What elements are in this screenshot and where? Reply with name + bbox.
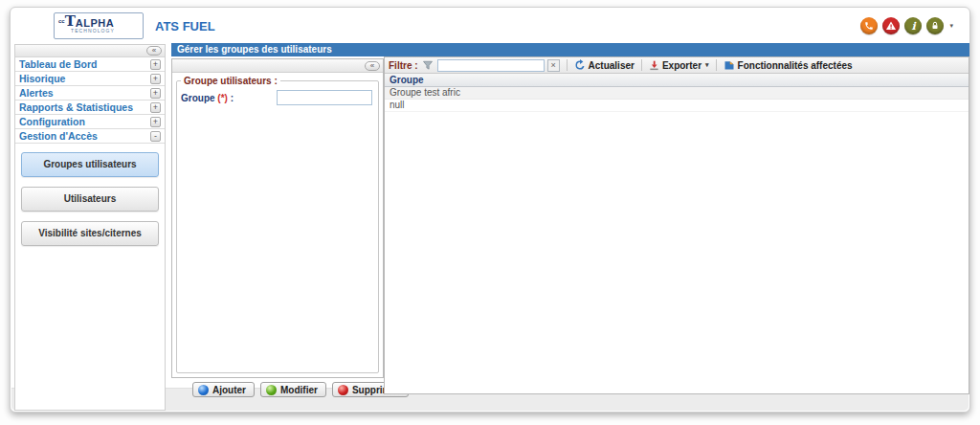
expand-icon[interactable]: +	[150, 59, 161, 70]
actualiser-button[interactable]: Actualiser	[574, 59, 635, 71]
sidebar-item-label: Gestion d'Accès	[19, 130, 150, 142]
clear-filter-icon[interactable]: ×	[547, 59, 560, 72]
actualiser-label: Actualiser	[589, 60, 635, 71]
toolbar-separator	[641, 59, 642, 71]
add-orb-icon	[198, 385, 209, 395]
toolbar-separator	[716, 59, 717, 71]
sidebar-item-tableau-de-bord[interactable]: Tableau de Bord +	[15, 57, 165, 72]
expand-icon[interactable]: +	[150, 117, 161, 127]
collapse-section-icon[interactable]: -	[150, 131, 161, 142]
group-fieldset: Groupe utilisateurs : Groupe (*) :	[176, 76, 379, 373]
fonctionnalites-label: Fonctionnalités affectées	[738, 60, 853, 71]
logo-subname-text: TECHNOLOGY	[71, 28, 139, 34]
submenu-groupes-utilisateurs-button[interactable]: Groupes utilisateurs	[21, 152, 159, 177]
fieldset-legend: Groupe utilisateurs :	[181, 76, 280, 86]
sidebar-item-label: Tableau de Bord	[19, 58, 150, 70]
grid-column-header-groupe[interactable]: Groupe	[385, 74, 969, 87]
lock-icon[interactable]	[926, 17, 944, 34]
sidebar-item-historique[interactable]: Hisorique +	[15, 72, 165, 86]
page-title-bar: Gérer les groupes des utilisateurs	[171, 43, 969, 56]
group-field-row: Groupe (*) :	[177, 86, 378, 105]
expand-icon[interactable]: +	[150, 88, 161, 99]
table-row[interactable]: Groupe test afric	[385, 87, 969, 100]
form-body: Groupe utilisateurs : Groupe (*) :	[172, 73, 383, 377]
gestion-acces-submenu: Groupes utilisateurs Utilisateurs Visibi…	[15, 144, 165, 246]
app-window: ccTALPHA TECHNOLOGY ATS FUEL i ▾	[10, 7, 970, 413]
sidebar-item-label: Configuration	[19, 116, 150, 127]
toolbar-separator	[567, 59, 568, 71]
submenu-utilisateurs-button[interactable]: Utilisateurs	[21, 187, 159, 212]
logo-t-text: T	[65, 15, 76, 28]
company-logo: ccTALPHA TECHNOLOGY	[54, 12, 144, 39]
ajouter-button-label: Ajouter	[212, 385, 246, 395]
form-action-buttons: Ajouter Modifier Supprimer	[192, 382, 409, 397]
ajouter-button[interactable]: Ajouter	[192, 382, 255, 397]
sidebar: « Tableau de Bord + Hisorique + Alertes …	[14, 44, 166, 411]
required-mark: (*)	[217, 93, 228, 103]
form-panel-header-bar: «	[172, 59, 383, 73]
sidebar-item-gestion-acces[interactable]: Gestion d'Accès -	[15, 129, 165, 144]
sidebar-header-bar: «	[15, 45, 165, 57]
export-menu-caret-icon: ▾	[705, 61, 709, 69]
groups-grid-panel: Filtre : × Actualiser Exporter ▾	[384, 56, 969, 394]
table-row[interactable]: null	[385, 100, 969, 112]
grid-toolbar: Filtre : × Actualiser Exporter ▾	[385, 57, 969, 74]
phone-icon[interactable]	[860, 17, 878, 34]
filter-input[interactable]	[437, 59, 545, 72]
alert-icon[interactable]	[882, 17, 900, 34]
group-field-label: Groupe (*) :	[181, 93, 234, 103]
app-title: ATS FUEL	[155, 19, 215, 34]
logo-wordmark: ccTALPHA	[58, 15, 139, 29]
exporter-label: Exporter	[662, 60, 702, 71]
modifier-button-label: Modifier	[280, 385, 318, 395]
info-glyph: i	[911, 20, 915, 33]
expand-icon[interactable]: +	[150, 102, 161, 113]
logo-cc-text: cc	[58, 15, 65, 27]
screenshot-canvas: ccTALPHA TECHNOLOGY ATS FUEL i ▾	[0, 0, 980, 425]
sidebar-item-configuration[interactable]: Configuration +	[15, 115, 165, 129]
exporter-button[interactable]: Exporter ▾	[649, 60, 709, 71]
sidebar-item-label: Alertes	[19, 87, 150, 99]
group-label-text: Groupe	[181, 93, 215, 103]
sidebar-item-alertes[interactable]: Alertes +	[15, 86, 165, 101]
modifier-button[interactable]: Modifier	[260, 382, 326, 397]
filter-label: Filtre :	[389, 60, 418, 71]
form-panel-collapse-icon[interactable]: «	[365, 61, 380, 71]
fonctionnalites-affectees-button[interactable]: Fonctionnalités affectées	[724, 59, 853, 71]
sidebar-item-label: Hisorique	[19, 73, 150, 84]
label-colon: :	[231, 93, 234, 103]
group-name-input[interactable]	[277, 90, 372, 105]
funnel-icon	[422, 59, 434, 71]
submenu-visibilite-sites-citernes-button[interactable]: Visibilité sites/citernes	[21, 221, 159, 246]
sidebar-item-label: Rapports & Statistiques	[19, 101, 150, 113]
sidebar-item-rapports-statistiques[interactable]: Rapports & Statistiques +	[15, 101, 165, 115]
header-menu-caret-icon[interactable]: ▾	[949, 22, 953, 30]
delete-orb-icon	[338, 385, 348, 395]
refresh-icon	[574, 59, 586, 71]
info-icon[interactable]: i	[904, 17, 922, 34]
sidebar-collapse-icon[interactable]: «	[146, 46, 162, 56]
features-icon	[724, 59, 735, 71]
expand-icon[interactable]: +	[150, 74, 161, 84]
app-header: ccTALPHA TECHNOLOGY ATS FUEL i ▾	[11, 9, 969, 43]
header-icon-group: i ▾	[860, 17, 953, 34]
group-form-panel: « Groupe utilisateurs : Groupe (*) :	[171, 58, 384, 378]
export-icon	[649, 60, 659, 71]
edit-orb-icon	[266, 385, 277, 395]
